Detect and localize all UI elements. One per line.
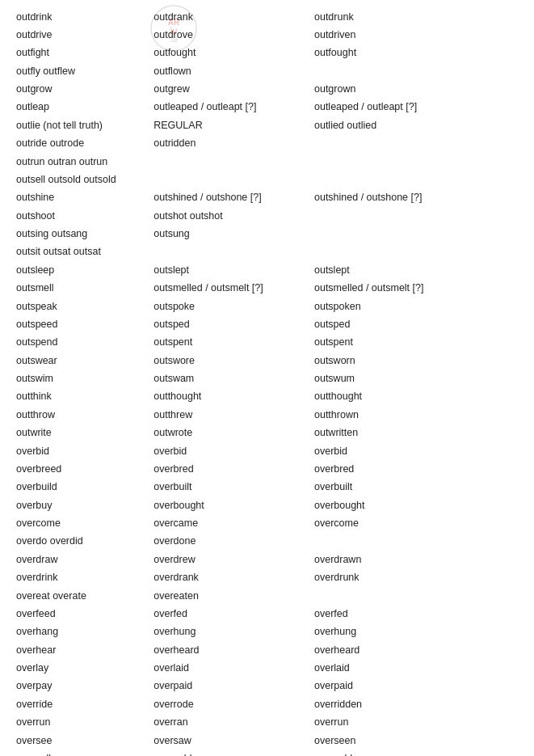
table-cell: outsit outsat outsat <box>16 243 518 261</box>
table-cell: overdrawn <box>314 551 518 568</box>
table-cell: overeaten <box>153 587 518 605</box>
table-cell: outleap <box>16 99 153 116</box>
table-cell: overdrank <box>153 569 314 587</box>
table-cell: outride outrode <box>16 135 153 153</box>
table-cell: outdrive <box>16 26 153 44</box>
table-cell: outleaped / outleapt [?] <box>314 99 518 116</box>
table-cell: outswam <box>153 370 314 388</box>
table-cell: overfed <box>314 605 518 623</box>
table-cell: outleaped / outleapt [?] <box>153 99 314 116</box>
table-cell: overcome <box>314 515 518 533</box>
table-cell: oversee <box>16 732 153 750</box>
table-cell: outdriven <box>314 26 518 44</box>
table-cell: overdrew <box>153 551 314 568</box>
table-cell: outsped <box>153 315 314 333</box>
table-cell: outspeak <box>16 298 153 315</box>
table-cell: outswum <box>314 370 518 388</box>
table-cell: overbred <box>153 460 314 478</box>
table-cell: outslept <box>153 261 314 279</box>
table-cell: outlie (not tell truth) <box>16 116 153 134</box>
table-cell: outslept <box>314 261 518 279</box>
table-cell: outthrew <box>153 406 314 424</box>
table-cell: outsped <box>314 315 518 333</box>
table-cell: outspoke <box>153 298 314 315</box>
table-cell: outshoot <box>16 207 153 225</box>
table-cell: overlaid <box>153 660 314 678</box>
table-cell: outrun outran outrun <box>16 153 518 171</box>
table-cell: outgrow <box>16 81 153 99</box>
table-cell: overbreed <box>16 460 153 478</box>
table-cell: outsmell <box>16 280 153 298</box>
table-cell: overheard <box>314 641 518 659</box>
table-cell: outfight <box>16 44 153 62</box>
table-cell: outspoken <box>314 298 518 315</box>
table-cell: outdrove <box>153 26 314 44</box>
table-cell: outwrote <box>153 424 314 442</box>
table-cell: overdraw <box>16 551 153 568</box>
table-cell: overpaid <box>153 678 314 695</box>
table-cell: overbid <box>16 442 153 460</box>
table-cell: overridden <box>314 695 518 713</box>
table-cell: overcome <box>16 515 153 533</box>
table-cell: overbid <box>314 442 518 460</box>
table-cell: outsworn <box>314 352 518 370</box>
table-cell: overdone <box>153 533 518 551</box>
table-cell: overrun <box>16 714 153 732</box>
table-cell: overfeed <box>16 605 153 623</box>
table-cell: oversaw <box>153 732 314 750</box>
table-cell: outfought <box>314 44 518 62</box>
table-cell: overeat overate <box>16 587 153 605</box>
table-cell: outshot outshot <box>153 207 518 225</box>
table-cell: outsung <box>153 226 518 243</box>
irregular-verbs-table: outdrinkoutdrankoutdrunkoutdriveoutdrove… <box>16 8 518 756</box>
table-cell: outsmelled / outsmelt [?] <box>153 280 314 298</box>
table-cell: overpay <box>16 678 153 695</box>
table-cell: overbuilt <box>314 479 518 496</box>
table-cell: outsell outsold outsold <box>16 171 518 188</box>
table-cell: oversold <box>153 750 314 756</box>
table-cell: overdo overdid <box>16 533 153 551</box>
table-cell: overcame <box>153 515 314 533</box>
table-cell: outspent <box>153 334 314 352</box>
table-cell: outswim <box>16 370 153 388</box>
table-cell: oversold <box>314 750 518 756</box>
table-cell: outgrown <box>314 81 518 99</box>
table-cell: overrode <box>153 695 314 713</box>
table-cell: overhear <box>16 641 153 659</box>
table-cell: outshined / outshone [?] <box>153 189 314 207</box>
table-cell: overbuy <box>16 496 153 514</box>
table-cell: outthought <box>314 388 518 406</box>
table-cell: overlaid <box>314 660 518 678</box>
table-cell: outthrown <box>314 406 518 424</box>
table-cell: overbid <box>153 442 314 460</box>
table-cell: overran <box>153 714 314 732</box>
table-cell: outshine <box>16 189 153 207</box>
table-cell: overdrink <box>16 569 153 587</box>
table-cell: outswore <box>153 352 314 370</box>
table-cell: outthrow <box>16 406 153 424</box>
table-cell: outlied outlied <box>314 116 518 134</box>
table-cell: outspend <box>16 334 153 352</box>
table-cell: outshined / outshone [?] <box>314 189 518 207</box>
table-cell: outridden <box>153 135 518 153</box>
table-cell: outthought <box>153 388 314 406</box>
table-cell: REGULAR <box>153 116 314 134</box>
table-cell: overseen <box>314 732 518 750</box>
table-cell: overbought <box>314 496 518 514</box>
table-cell: overbred <box>314 460 518 478</box>
table-cell: overrun <box>314 714 518 732</box>
table-cell: outdrank <box>153 8 314 26</box>
table-cell: overhung <box>314 623 518 641</box>
table-cell: outfly outflew <box>16 62 153 80</box>
table-cell: overhang <box>16 623 153 641</box>
table-cell: outwrite <box>16 424 153 442</box>
table-cell: outgrew <box>153 81 314 99</box>
table-cell: overhung <box>153 623 314 641</box>
table-cell: overlay <box>16 660 153 678</box>
table-cell: outthink <box>16 388 153 406</box>
table-cell: outsing outsang <box>16 226 153 243</box>
table-cell: outsmelled / outsmelt [?] <box>314 280 518 298</box>
table-cell: outfought <box>153 44 314 62</box>
table-cell: overbought <box>153 496 314 514</box>
table-cell: outsleep <box>16 261 153 279</box>
